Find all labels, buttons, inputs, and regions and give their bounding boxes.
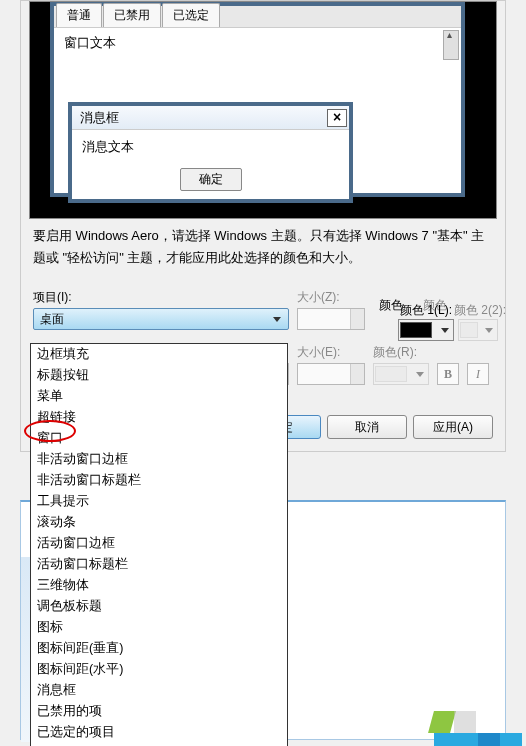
chevron-down-icon <box>416 372 424 377</box>
dropdown-option[interactable]: 已选定的项目 <box>31 722 287 743</box>
close-icon: × <box>327 109 347 127</box>
preview-tabs: 普通 已禁用 已选定 <box>54 6 461 28</box>
info-text: 要启用 Windows Aero，请选择 Windows 主题。只有选择 Win… <box>33 225 493 269</box>
color2-label: 颜色 2(2): <box>454 302 506 319</box>
dropdown-option[interactable]: 活动窗口标题栏 <box>31 554 287 575</box>
dropdown-option[interactable]: 图标间距(水平) <box>31 659 287 680</box>
spinner-buttons-icon <box>350 364 364 384</box>
preview-messagebox-body: 消息文本 <box>72 130 349 162</box>
color2-combo[interactable] <box>458 319 498 341</box>
preview-scrollbar <box>443 30 459 60</box>
color-swatch <box>400 322 432 338</box>
color1-label: 颜色 1(L): <box>400 302 452 319</box>
italic-toggle[interactable]: I <box>467 363 489 385</box>
dropdown-option[interactable]: 三维物体 <box>31 575 287 596</box>
item-label: 项目(I): <box>33 289 289 306</box>
chevron-down-icon <box>441 328 449 333</box>
preview-tab-normal: 普通 <box>56 3 102 27</box>
font-color-combo[interactable] <box>373 363 429 385</box>
preview-messagebox: 消息框 × 消息文本 确定 <box>68 102 353 203</box>
pixel-blue-3 <box>478 733 500 746</box>
pixel-blue-4 <box>500 733 522 746</box>
size-e-spinner[interactable] <box>297 363 365 385</box>
item-combobox-value: 桌面 <box>40 311 64 328</box>
pixel-blue-1 <box>434 733 456 746</box>
apply-button[interactable]: 应用(A) <box>413 415 493 439</box>
dropdown-option[interactable]: 非活动窗口标题栏 <box>31 470 287 491</box>
item-dropdown-list[interactable]: 边框填充标题按钮菜单超链接窗口非活动窗口边框非活动窗口标题栏工具提示滚动条活动窗… <box>30 343 288 746</box>
dropdown-option[interactable]: 窗口 <box>31 428 287 449</box>
preview-tab-disabled: 已禁用 <box>103 3 161 27</box>
preview-tab-selected: 已选定 <box>162 3 220 27</box>
color-swatch <box>460 322 478 338</box>
dropdown-option[interactable]: 工具提示 <box>31 491 287 512</box>
dropdown-option[interactable]: 调色板标题 <box>31 596 287 617</box>
pixel-gray <box>454 711 476 733</box>
color-r-label: 颜色(R): <box>373 344 429 361</box>
item-combobox[interactable]: 桌面 <box>33 308 289 330</box>
preview-messagebox-ok-button: 确定 <box>180 168 242 191</box>
dropdown-option[interactable]: 滚动条 <box>31 512 287 533</box>
preview-area: 普通 已禁用 已选定 窗口文本 消息框 × 消息文本 确定 <box>29 1 497 219</box>
dropdown-option[interactable]: 标题按钮 <box>31 365 287 386</box>
chevron-down-icon <box>485 328 493 333</box>
dropdown-option[interactable]: 消息框 <box>31 680 287 701</box>
size-e-label: 大小(E): <box>297 344 365 361</box>
dropdown-option[interactable]: 已禁用的项 <box>31 701 287 722</box>
dropdown-option[interactable]: 菜单 <box>31 386 287 407</box>
preview-messagebox-title-text: 消息框 <box>80 109 119 127</box>
dropdown-option[interactable]: 活动窗口边框 <box>31 533 287 554</box>
color1-combo[interactable] <box>398 319 454 341</box>
preview-window-text: 窗口文本 <box>64 34 451 52</box>
dropdown-option[interactable]: 超链接 <box>31 407 287 428</box>
color-swatch <box>375 366 407 382</box>
cancel-button[interactable]: 取消 <box>327 415 407 439</box>
preview-messagebox-title: 消息框 × <box>72 106 349 130</box>
dropdown-option[interactable]: 图标间距(垂直) <box>31 638 287 659</box>
bold-toggle[interactable]: B <box>437 363 459 385</box>
pixel-blue-2 <box>456 733 478 746</box>
chevron-down-icon <box>269 311 285 327</box>
dropdown-option[interactable]: 边框填充 <box>31 344 287 365</box>
dropdown-option[interactable]: 非活动窗口边框 <box>31 449 287 470</box>
dropdown-option[interactable]: 图标 <box>31 617 287 638</box>
preview-messagebox-footer: 确定 <box>72 162 349 199</box>
